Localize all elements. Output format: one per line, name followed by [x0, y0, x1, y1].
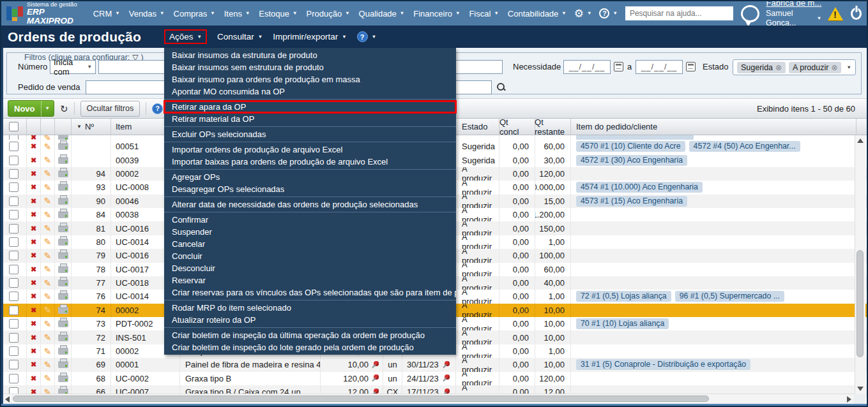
- edit-pencil-icon[interactable]: ✎: [44, 196, 52, 206]
- edit-pencil-icon[interactable]: ✎: [44, 373, 52, 383]
- edit-pencil-icon[interactable]: ✎: [44, 305, 52, 315]
- printer-icon[interactable]: [58, 184, 68, 191]
- numero-operator-select[interactable]: Inicia com▼: [50, 60, 96, 74]
- edit-pencil-icon[interactable]: ✎: [44, 168, 52, 179]
- row-checkbox[interactable]: [9, 224, 19, 233]
- order-link-tag[interactable]: 4572 #4 (50) Aco Engenhar...: [689, 141, 800, 152]
- order-link-tag[interactable]: 4570 #1 (10) Cliente do Acre: [576, 141, 685, 152]
- edit-pencil-icon[interactable]: ✎: [44, 264, 52, 274]
- printer-icon[interactable]: [58, 334, 68, 341]
- printer-icon[interactable]: [58, 307, 68, 314]
- menu-item-reservar[interactable]: Reservar: [164, 274, 456, 286]
- printer-icon[interactable]: [58, 266, 68, 273]
- remove-icon[interactable]: ⊗: [831, 63, 837, 72]
- acoes-menu-button[interactable]: Ações▼: [164, 29, 207, 44]
- topbar-menu-producao[interactable]: Produção▼: [306, 9, 349, 18]
- warning-icon[interactable]: [828, 7, 843, 20]
- estado-column-header[interactable]: Estado: [456, 119, 499, 135]
- delete-icon[interactable]: ✖: [31, 156, 36, 165]
- order-link-tag[interactable]: 72 #1 (0,5) Lojas aliança: [576, 291, 671, 302]
- select-all-checkbox[interactable]: [9, 122, 19, 131]
- menu-item-baixar-insumo-para-ordens-de-producao-em[interactable]: Baixar insumo para ordens de produção em…: [164, 73, 456, 85]
- remove-icon[interactable]: ⊗: [775, 63, 782, 72]
- menu-item-desconcluir[interactable]: Desconcluir: [164, 262, 456, 274]
- pin-icon[interactable]: [442, 360, 450, 369]
- edit-pencil-icon[interactable]: ✎: [44, 142, 52, 152]
- printer-icon[interactable]: [58, 143, 68, 150]
- chat-icon[interactable]: [741, 5, 759, 22]
- novo-button[interactable]: Novo ▼: [8, 100, 54, 117]
- row-checkbox[interactable]: [9, 182, 19, 192]
- necessidade-date-from[interactable]: __/__/__: [563, 60, 611, 74]
- row-checkbox[interactable]: [9, 374, 19, 383]
- delete-icon[interactable]: ✖: [31, 347, 36, 355]
- edit-pencil-icon[interactable]: ✎: [44, 155, 52, 165]
- printer-icon[interactable]: [58, 170, 68, 177]
- row-checkbox[interactable]: [9, 360, 19, 369]
- topbar-menu-financeiro[interactable]: Financeiro▼: [413, 9, 460, 18]
- printer-icon[interactable]: [58, 375, 68, 382]
- delete-icon[interactable]: ✖: [31, 197, 36, 205]
- pedido-column-header[interactable]: Item do pedido/cliente: [571, 119, 857, 135]
- table-row[interactable]: ✖✎68UC-0002Graxa tipo B120,00un24/11/23A…: [1, 372, 867, 385]
- row-checkbox[interactable]: [9, 319, 19, 329]
- qt-restante-column-header[interactable]: Qt restante: [535, 119, 571, 135]
- order-link-tag[interactable]: 31 #1 (5) Conaprole - Distribuição e exp…: [576, 359, 750, 370]
- topbar-menu-compras[interactable]: Compras▼: [174, 9, 215, 18]
- printer-icon[interactable]: [58, 320, 68, 327]
- menu-item-rodar-mrp-do-item-selecionado[interactable]: Rodar MRP do item selecionado: [164, 302, 456, 314]
- horizontal-scrollbar[interactable]: [3, 394, 854, 404]
- company-link[interactable]: Fábrica de m...: [766, 0, 822, 9]
- order-link-tag[interactable]: 4573 #1 (15) Aco Engenharia: [576, 196, 687, 207]
- menu-item-retirar-material-da-op[interactable]: Retirar material da OP: [164, 113, 456, 125]
- help-search-input[interactable]: [625, 6, 733, 20]
- edit-pencil-icon[interactable]: ✎: [44, 278, 52, 288]
- calendar-icon[interactable]: [614, 62, 623, 71]
- menu-item-retirar-apara-da-op[interactable]: Retirar apara da OP: [164, 101, 456, 113]
- menu-item-confirmar[interactable]: Confirmar: [164, 214, 456, 226]
- printer-icon[interactable]: [58, 279, 68, 286]
- printer-icon[interactable]: [58, 361, 68, 368]
- edit-pencil-icon[interactable]: ✎: [44, 210, 52, 220]
- topbar-menu-itens[interactable]: Itens▼: [224, 9, 250, 18]
- menu-item-cancelar[interactable]: Cancelar: [164, 238, 456, 250]
- scroll-right-icon[interactable]: [847, 396, 851, 403]
- row-checkbox[interactable]: [9, 306, 19, 315]
- brand[interactable]: Sistema de gestão ERP MAXIPROD: [6, 1, 83, 26]
- settings-menu[interactable]: ⚙▼: [574, 8, 592, 19]
- delete-icon[interactable]: ✖: [31, 334, 36, 342]
- row-checkbox[interactable]: [9, 237, 19, 247]
- estado-pill-sugerida[interactable]: Sugerida⊗: [737, 62, 786, 73]
- menu-item-atualizar-roteiro-da-op[interactable]: Atualizar roteiro da OP: [164, 314, 456, 326]
- edit-pencil-icon[interactable]: ✎: [44, 182, 52, 193]
- row-checkbox[interactable]: [9, 333, 19, 343]
- printer-icon[interactable]: [58, 211, 68, 218]
- delete-icon[interactable]: ✖: [31, 135, 36, 140]
- printer-icon[interactable]: [58, 225, 68, 232]
- delete-icon[interactable]: ✖: [31, 292, 36, 300]
- delete-icon[interactable]: ✖: [31, 265, 36, 274]
- page-help-button[interactable]: ▼: [357, 31, 376, 42]
- delete-icon[interactable]: ✖: [31, 142, 36, 151]
- edit-pencil-icon[interactable]: ✎: [44, 237, 52, 247]
- menu-item-importar-baixas-para-ordens-de-producao-[interactable]: Importar baixas para ordens de produção …: [164, 156, 456, 168]
- delete-icon[interactable]: ✖: [31, 211, 36, 219]
- order-link-tag[interactable]: [576, 135, 694, 140]
- scroll-left-icon[interactable]: [5, 396, 10, 403]
- menu-item-baixar-insumos-da-estrutura-de-produto[interactable]: Baixar insumos da estrutura de produto: [164, 49, 456, 61]
- topbar-menu-contabilidade[interactable]: Contabilidade▼: [508, 9, 567, 18]
- refresh-icon[interactable]: ↻: [60, 104, 68, 114]
- delete-icon[interactable]: ✖: [31, 183, 36, 191]
- topbar-menu-estoque[interactable]: Estoque▼: [259, 9, 297, 18]
- scroll-up-icon[interactable]: [857, 138, 864, 143]
- order-link-tag[interactable]: 96 #1 (0,5) Supermercado ...: [675, 291, 784, 302]
- row-checkbox[interactable]: [9, 265, 19, 274]
- ocultar-filtros-button[interactable]: Ocultar filtros: [80, 101, 141, 117]
- edit-pencil-icon[interactable]: ✎: [44, 319, 52, 329]
- edit-pencil-icon[interactable]: ✎: [44, 292, 52, 302]
- menu-item-importar-ordens-de-producao-de-arquivo-e[interactable]: Importar ordens de produção de arquivo E…: [164, 144, 456, 156]
- help-menu[interactable]: ▼: [599, 8, 617, 18]
- edit-pencil-icon[interactable]: ✎: [44, 251, 52, 261]
- delete-icon[interactable]: ✖: [31, 225, 36, 233]
- printer-icon[interactable]: [58, 293, 68, 300]
